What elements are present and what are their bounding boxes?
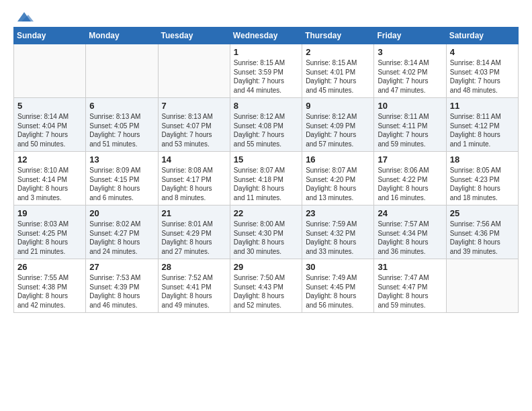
cell-info-text: Sunrise: 8:01 AM Sunset: 4:29 PM Dayligh… [162,220,226,256]
cell-day-number: 11 [450,101,515,111]
cell-info-text: Sunrise: 8:15 AM Sunset: 4:01 PM Dayligh… [306,58,370,95]
cell-day-number: 13 [89,154,154,165]
cell-day-number: 2 [306,47,370,57]
calendar-week-row: 5Sunrise: 8:14 AM Sunset: 4:04 PM Daylig… [14,98,519,152]
cell-day-number: 18 [450,154,515,165]
cell-info-text: Sunrise: 7:52 AM Sunset: 4:41 PM Dayligh… [162,273,226,310]
page: SundayMondayTuesdayWednesdayThursdayFrid… [0,0,532,320]
cell-day-number: 12 [17,154,82,165]
cell-day-number: 22 [234,208,298,218]
calendar-cell: 7Sunrise: 8:13 AM Sunset: 4:07 PM Daylig… [158,98,230,152]
cell-info-text: Sunrise: 7:49 AM Sunset: 4:45 PM Dayligh… [306,273,370,310]
cell-day-number: 19 [17,208,82,218]
calendar-cell: 12Sunrise: 8:10 AM Sunset: 4:14 PM Dayli… [14,152,86,205]
logo [13,11,34,21]
cell-day-number: 23 [306,208,370,218]
cell-info-text: Sunrise: 8:10 AM Sunset: 4:14 PM Dayligh… [17,166,82,202]
cell-info-text: Sunrise: 8:14 AM Sunset: 4:03 PM Dayligh… [450,58,515,95]
cell-info-text: Sunrise: 8:13 AM Sunset: 4:07 PM Dayligh… [162,112,226,148]
calendar-cell: 13Sunrise: 8:09 AM Sunset: 4:15 PM Dayli… [86,152,158,205]
cell-day-number: 21 [162,208,226,218]
calendar-cell: 19Sunrise: 8:03 AM Sunset: 4:25 PM Dayli… [14,205,86,259]
calendar-week-row: 19Sunrise: 8:03 AM Sunset: 4:25 PM Dayli… [14,205,519,259]
calendar-cell: 16Sunrise: 8:07 AM Sunset: 4:20 PM Dayli… [302,152,374,205]
cell-day-number: 25 [450,208,515,218]
cell-day-number: 30 [306,262,370,272]
weekday-header-wednesday: Wednesday [230,28,302,44]
cell-info-text: Sunrise: 7:59 AM Sunset: 4:32 PM Dayligh… [306,220,370,256]
weekday-header-saturday: Saturday [446,28,518,44]
cell-day-number: 27 [89,262,154,272]
calendar-cell: 10Sunrise: 8:11 AM Sunset: 4:11 PM Dayli… [374,98,446,152]
cell-info-text: Sunrise: 8:12 AM Sunset: 4:09 PM Dayligh… [306,112,370,148]
calendar-week-row: 12Sunrise: 8:10 AM Sunset: 4:14 PM Dayli… [14,152,519,205]
cell-day-number: 26 [17,262,82,272]
calendar-cell: 4Sunrise: 8:14 AM Sunset: 4:03 PM Daylig… [446,44,518,98]
cell-day-number: 9 [306,101,370,111]
cell-day-number: 5 [17,101,82,111]
calendar-cell [86,44,158,98]
cell-info-text: Sunrise: 8:06 AM Sunset: 4:22 PM Dayligh… [378,166,442,202]
calendar-cell: 18Sunrise: 8:05 AM Sunset: 4:23 PM Dayli… [446,152,518,205]
cell-info-text: Sunrise: 8:08 AM Sunset: 4:17 PM Dayligh… [162,166,226,202]
calendar-cell: 5Sunrise: 8:14 AM Sunset: 4:04 PM Daylig… [14,98,86,152]
cell-day-number: 1 [234,47,298,57]
calendar-cell [446,259,518,313]
calendar-week-row: 1Sunrise: 8:15 AM Sunset: 3:59 PM Daylig… [14,44,519,98]
cell-info-text: Sunrise: 7:53 AM Sunset: 4:39 PM Dayligh… [89,273,154,310]
cell-info-text: Sunrise: 8:09 AM Sunset: 4:15 PM Dayligh… [89,166,154,202]
calendar-cell: 3Sunrise: 8:14 AM Sunset: 4:02 PM Daylig… [374,44,446,98]
calendar-cell: 1Sunrise: 8:15 AM Sunset: 3:59 PM Daylig… [230,44,302,98]
cell-info-text: Sunrise: 8:14 AM Sunset: 4:02 PM Dayligh… [378,58,442,95]
calendar-cell: 8Sunrise: 8:12 AM Sunset: 4:08 PM Daylig… [230,98,302,152]
calendar-cell: 9Sunrise: 8:12 AM Sunset: 4:09 PM Daylig… [302,98,374,152]
weekday-header-sunday: Sunday [14,28,86,44]
calendar-cell: 15Sunrise: 8:07 AM Sunset: 4:18 PM Dayli… [230,152,302,205]
cell-info-text: Sunrise: 8:14 AM Sunset: 4:04 PM Dayligh… [17,112,82,148]
calendar-cell: 6Sunrise: 8:13 AM Sunset: 4:05 PM Daylig… [86,98,158,152]
weekday-header-thursday: Thursday [302,28,374,44]
cell-info-text: Sunrise: 8:11 AM Sunset: 4:11 PM Dayligh… [378,112,442,148]
cell-day-number: 14 [162,154,226,165]
calendar-cell [158,44,230,98]
calendar-cell: 23Sunrise: 7:59 AM Sunset: 4:32 PM Dayli… [302,205,374,259]
cell-info-text: Sunrise: 7:50 AM Sunset: 4:43 PM Dayligh… [234,273,298,310]
calendar-cell: 26Sunrise: 7:55 AM Sunset: 4:38 PM Dayli… [14,259,86,313]
cell-day-number: 10 [378,101,442,111]
cell-day-number: 15 [234,154,298,165]
logo-icon [15,9,34,24]
weekday-header-monday: Monday [86,28,158,44]
cell-info-text: Sunrise: 8:03 AM Sunset: 4:25 PM Dayligh… [17,220,82,256]
calendar-week-row: 26Sunrise: 7:55 AM Sunset: 4:38 PM Dayli… [14,259,519,313]
calendar-cell: 21Sunrise: 8:01 AM Sunset: 4:29 PM Dayli… [158,205,230,259]
header [13,11,519,21]
cell-info-text: Sunrise: 7:57 AM Sunset: 4:34 PM Dayligh… [378,220,442,256]
cell-day-number: 3 [378,47,442,57]
cell-info-text: Sunrise: 8:13 AM Sunset: 4:05 PM Dayligh… [89,112,154,148]
cell-day-number: 29 [234,262,298,272]
calendar-cell: 29Sunrise: 7:50 AM Sunset: 4:43 PM Dayli… [230,259,302,313]
cell-day-number: 7 [162,101,226,111]
cell-day-number: 24 [378,208,442,218]
cell-day-number: 8 [234,101,298,111]
cell-day-number: 28 [162,262,226,272]
cell-day-number: 4 [450,47,515,57]
cell-day-number: 16 [306,154,370,165]
calendar-cell: 14Sunrise: 8:08 AM Sunset: 4:17 PM Dayli… [158,152,230,205]
cell-day-number: 20 [89,208,154,218]
cell-info-text: Sunrise: 8:07 AM Sunset: 4:20 PM Dayligh… [306,166,370,202]
cell-info-text: Sunrise: 7:56 AM Sunset: 4:36 PM Dayligh… [450,220,515,256]
calendar-cell: 30Sunrise: 7:49 AM Sunset: 4:45 PM Dayli… [302,259,374,313]
cell-info-text: Sunrise: 8:12 AM Sunset: 4:08 PM Dayligh… [234,112,298,148]
cell-info-text: Sunrise: 7:47 AM Sunset: 4:47 PM Dayligh… [378,273,442,310]
calendar-cell: 31Sunrise: 7:47 AM Sunset: 4:47 PM Dayli… [374,259,446,313]
calendar-cell: 28Sunrise: 7:52 AM Sunset: 4:41 PM Dayli… [158,259,230,313]
cell-day-number: 17 [378,154,442,165]
calendar-cell: 25Sunrise: 7:56 AM Sunset: 4:36 PM Dayli… [446,205,518,259]
calendar-cell: 27Sunrise: 7:53 AM Sunset: 4:39 PM Dayli… [86,259,158,313]
calendar-cell: 22Sunrise: 8:00 AM Sunset: 4:30 PM Dayli… [230,205,302,259]
weekday-header-tuesday: Tuesday [158,28,230,44]
cell-info-text: Sunrise: 8:07 AM Sunset: 4:18 PM Dayligh… [234,166,298,202]
cell-info-text: Sunrise: 8:15 AM Sunset: 3:59 PM Dayligh… [234,58,298,95]
calendar-cell: 11Sunrise: 8:11 AM Sunset: 4:12 PM Dayli… [446,98,518,152]
